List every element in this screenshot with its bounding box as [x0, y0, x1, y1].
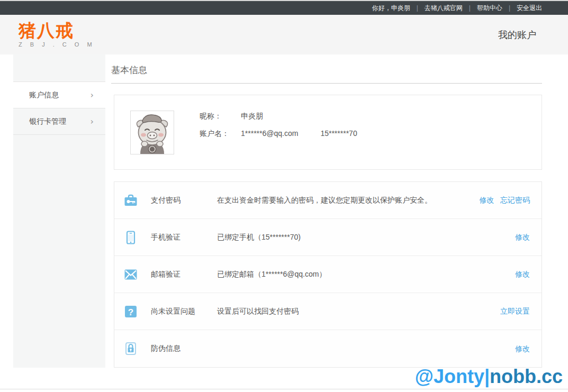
topbar-link-help-center[interactable]: 帮助中心 [477, 4, 502, 13]
nickname-label: 昵称： [200, 112, 241, 121]
bottom-divider [0, 389, 568, 389]
setting-label: 防伪信息 [151, 344, 217, 353]
forgot-payment-password-link[interactable]: 忘记密码 [500, 196, 530, 204]
topbar-divider: | [469, 4, 471, 12]
chevron-right-icon: › [91, 91, 94, 99]
topbar-link-official-site[interactable]: 去猪八戒官网 [425, 4, 463, 13]
main-panel: 基本信息 [105, 54, 568, 392]
account-email-value: 1******6@qq.com [241, 129, 298, 138]
pig-mascot-illustration [131, 111, 174, 154]
setting-row-anti-fake-info: 防伪信息 修改 [114, 330, 542, 367]
setting-row-security-question: ? 尚未设置问题 设置后可以找回支付密码 立即设置 [114, 293, 542, 330]
setting-desc: 已绑定邮箱（1******6@qq.com） [217, 270, 511, 279]
setting-label: 手机验证 [151, 233, 217, 242]
setting-row-email-verification: 邮箱验证 已绑定邮箱（1******6@qq.com） 修改 [114, 256, 542, 293]
chevron-right-icon: › [91, 117, 94, 126]
topbar: 你好，申炎朋 | 去猪八戒官网 | 帮助中心 | 安全退出 [0, 0, 568, 15]
account-page: 你好，申炎朋 | 去猪八戒官网 | 帮助中心 | 安全退出 猪八戒 Z B J … [0, 0, 568, 392]
profile-text: 昵称： 申炎朋 账户名： 1******6@qq.com 15*******70 [200, 111, 357, 169]
setting-row-phone-verification: 手机验证 已绑定手机（15*******70) 修改 [114, 219, 542, 256]
setting-label: 支付密码 [151, 196, 217, 205]
topbar-greeting: 你好，申炎朋 [372, 4, 410, 13]
phone-icon [123, 230, 138, 245]
account-phone-value: 15*******70 [320, 129, 357, 138]
svg-text:?: ? [128, 307, 133, 317]
modify-payment-password-link[interactable]: 修改 [480, 196, 494, 204]
title-divider [111, 83, 542, 84]
mail-icon [123, 267, 138, 282]
content: 账户信息 › 银行卡管理 › 基本信息 [0, 54, 568, 392]
modify-email-link[interactable]: 修改 [515, 270, 530, 278]
setting-desc: 在支出资金时需要输入的密码，建议您定期更改以保护账户安全。 [217, 196, 476, 205]
watermark-site: nobb.cc [490, 366, 563, 387]
sidebar-item-bank-cards[interactable]: 银行卡管理 › [13, 108, 105, 135]
setting-label: 邮箱验证 [151, 270, 217, 279]
topbar-divider: | [509, 4, 510, 12]
sidebar-item-label: 银行卡管理 [29, 117, 66, 126]
sidebar-item-account-info[interactable]: 账户信息 › [13, 82, 105, 108]
lock-icon [123, 341, 138, 356]
page-title: 我的账户 [498, 29, 536, 41]
topbar-divider: | [417, 4, 418, 12]
setting-row-payment-password: 支付密码 在支出资金时需要输入的密码，建议您定期更改以保护账户安全。 修改 忘记… [114, 182, 542, 219]
zbj-logo[interactable]: 猪八戒 Z B J . C O M [19, 22, 95, 48]
setting-desc: 已绑定手机（15*******70) [217, 233, 511, 242]
question-icon: ? [123, 304, 138, 319]
sidebar-item-label: 账户信息 [29, 90, 59, 100]
profile-card: 昵称： 申炎朋 账户名： 1******6@qq.com 15*******70 [114, 95, 542, 170]
sidebar: 账户信息 › 银行卡管理 › [13, 54, 105, 368]
set-question-now-link[interactable]: 立即设置 [500, 307, 530, 315]
settings-card: 支付密码 在支出资金时需要输入的密码，建议您定期更改以保护账户安全。 修改 忘记… [114, 181, 542, 368]
sidebar-spacer [13, 54, 105, 82]
setting-label: 尚未设置问题 [151, 307, 217, 316]
zbj-logo-text: 猪八戒 [19, 22, 95, 40]
account-label: 账户名： [200, 129, 241, 139]
payment-password-icon [123, 193, 138, 208]
zbj-logo-domain: Z B J . C O M [19, 41, 95, 48]
setting-desc: 设置后可以找回支付密码 [217, 307, 497, 316]
modify-phone-link[interactable]: 修改 [515, 233, 530, 241]
avatar [130, 111, 174, 154]
modify-anti-fake-link[interactable]: 修改 [515, 344, 530, 353]
header: 猪八戒 Z B J . C O M 我的账户 [0, 15, 568, 54]
topbar-link-logout[interactable]: 安全退出 [517, 4, 542, 13]
watermark: @Jonty|nobb.cc [415, 366, 563, 388]
section-title: 基本信息 [111, 64, 568, 76]
watermark-handle: @Jonty| [415, 366, 490, 387]
nickname-value: 申炎朋 [241, 112, 263, 121]
